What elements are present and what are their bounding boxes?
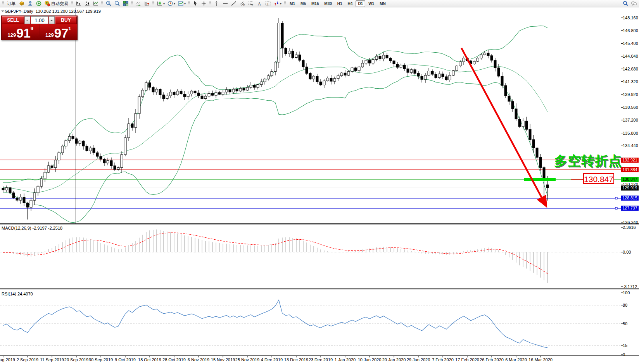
date-label: 7 Feb 2020 xyxy=(432,357,454,362)
date-label: 20 Jan 2020 xyxy=(382,357,406,362)
price-tick: 134.440 xyxy=(623,143,638,148)
date-label: 20 Sep 2019 xyxy=(64,357,88,362)
buy-price-sup: 1 xyxy=(68,26,71,31)
macd-tick: -3.1712 xyxy=(623,284,637,289)
buy-price-prefix: 129 xyxy=(45,32,54,38)
price-tick: 135.800 xyxy=(623,131,638,136)
price-tick: 145.400 xyxy=(623,41,638,46)
price-badge: 131.884 xyxy=(621,167,639,172)
price-tick: 141.320 xyxy=(623,79,638,84)
price-tick: 148.160 xyxy=(623,15,638,20)
price-tick: 139.920 xyxy=(623,92,638,97)
mt4-window: 订单自动交易▾▾▾EFAT▾M1M5M15M30H1H4D1W1MN GBPJP… xyxy=(0,0,639,364)
rsi-tick: 80 xyxy=(623,303,627,307)
triangle-down-icon xyxy=(26,20,28,22)
date-label: 29 Jan 2020 xyxy=(407,357,430,362)
rsi-label: RSI(14) 24.4070 xyxy=(2,292,33,296)
price-tick: 142.680 xyxy=(623,67,638,71)
chart-canvas[interactable] xyxy=(0,0,639,364)
sell-price-big: 91 xyxy=(16,27,31,39)
date-label: 30 Sep 2019 xyxy=(89,357,113,362)
macd-tick: 0.00 xyxy=(623,250,631,254)
date-label: 16 Mar 2020 xyxy=(528,357,553,362)
chart-title: GBPJPY-,Daily 130.262 131.200 128.567 12… xyxy=(5,9,101,14)
one-click-trading-panel: SELL BUY 129919 129971 xyxy=(1,15,78,40)
volume-input[interactable] xyxy=(31,16,48,24)
buy-price[interactable]: 129971 xyxy=(40,24,77,39)
price-badge: 129.919 xyxy=(621,185,639,191)
price-callout-box: 130.847 xyxy=(583,173,614,184)
rsi-tick: 100 xyxy=(623,290,630,295)
rsi-tick: 50 xyxy=(623,321,627,326)
date-label: 18 Oct 2019 xyxy=(138,357,161,362)
rsi-tick: 0 xyxy=(623,352,625,357)
sell-price[interactable]: 129919 xyxy=(2,24,39,39)
date-label: 13 Dec 2019 xyxy=(284,357,308,362)
price-tick: 144.040 xyxy=(623,54,638,58)
sell-price-prefix: 129 xyxy=(7,32,16,38)
buy-button[interactable]: BUY xyxy=(55,16,77,24)
date-label: 23 Dec 2019 xyxy=(309,357,333,362)
triangle-up-icon xyxy=(50,19,53,21)
date-label: 11 Sep 2019 xyxy=(40,357,64,362)
date-label: 2 Sep 2019 xyxy=(17,357,38,362)
price-badge: 127.737 xyxy=(621,206,639,211)
price-tick: 138.560 xyxy=(623,105,638,110)
chart-plot[interactable] xyxy=(0,0,639,364)
date-label: 6 Nov 2019 xyxy=(188,357,209,362)
rsi-tick: 15 xyxy=(623,343,627,348)
date-label: 26 Feb 2020 xyxy=(480,357,504,362)
buy-price-big: 97 xyxy=(54,27,69,39)
date-label: 4 Dec 2019 xyxy=(261,357,283,362)
date-label: 25 Nov 2019 xyxy=(235,357,259,362)
date-label: 17 Feb 2020 xyxy=(455,357,479,362)
volume-increase-button[interactable] xyxy=(49,16,55,24)
turning-point-annotation: 多空转折点 xyxy=(554,152,622,170)
macd-label: MACD(12,26,9) -2.9197 -2.2518 xyxy=(2,226,62,230)
date-label: 6 Mar 2020 xyxy=(505,357,527,362)
date-label: 10 Jan 2020 xyxy=(358,357,382,362)
price-badge: 128.815 xyxy=(621,196,639,201)
price-tick: 126.240 xyxy=(623,220,638,225)
volume-decrease-button[interactable] xyxy=(24,16,30,24)
date-label: 28 Oct 2019 xyxy=(162,357,186,362)
price-tick: 146.800 xyxy=(623,28,638,33)
date-label: 9 Oct 2019 xyxy=(115,357,136,362)
date-label: 15 Nov 2019 xyxy=(211,357,235,362)
sell-button[interactable]: SELL xyxy=(2,16,24,24)
date-label: 23 Aug 2019 xyxy=(0,357,15,362)
macd-tick: 2.3616 xyxy=(623,225,636,230)
price-tick: 137.200 xyxy=(623,118,638,122)
one-click-collapse-icon[interactable] xyxy=(1,10,4,14)
sell-price-sup: 9 xyxy=(31,26,33,31)
date-label: 1 Jan 2020 xyxy=(335,357,356,362)
price-badge: 132.921 xyxy=(621,158,639,163)
price-badge: 130.847 xyxy=(621,177,639,182)
